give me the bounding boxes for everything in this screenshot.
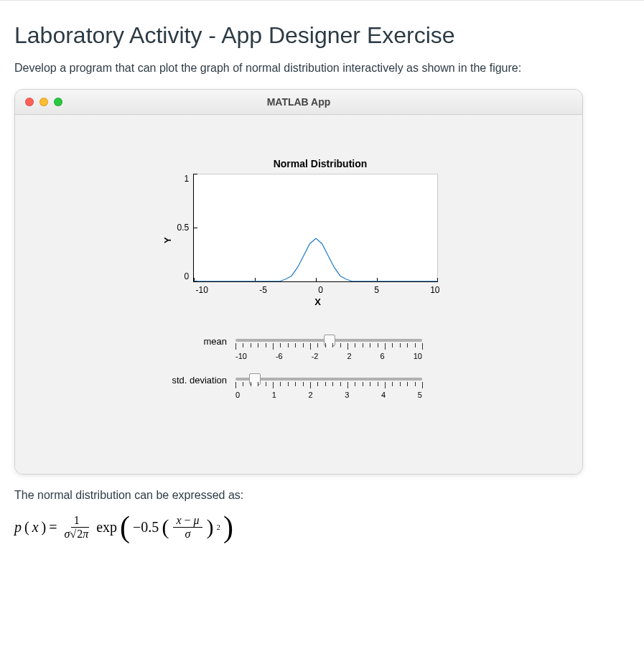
window-title: MATLAB App bbox=[15, 96, 582, 108]
plot-area bbox=[193, 174, 438, 282]
stddev-slider-ticks bbox=[235, 382, 422, 389]
tick-label: 0 bbox=[235, 391, 240, 399]
tick-label: -6 bbox=[276, 352, 283, 360]
tick-label: 2 bbox=[347, 352, 351, 360]
stddev-slider-labels: 0 1 2 3 4 5 bbox=[235, 391, 422, 399]
tick-label: 6 bbox=[381, 352, 385, 360]
x-tick: 10 bbox=[430, 285, 439, 295]
stddev-label: std. deviation bbox=[148, 375, 235, 386]
x-tick: -5 bbox=[259, 285, 267, 295]
x-axis-ticks: -10 -5 0 5 10 bbox=[196, 282, 440, 295]
x-axis-label: X bbox=[196, 295, 440, 307]
x-tick: 0 bbox=[318, 285, 323, 295]
f-x: x bbox=[32, 519, 39, 536]
mean-slider-labels: -10 -6 -2 2 6 10 bbox=[235, 352, 422, 360]
f-frac2: x − μ σ bbox=[173, 514, 202, 540]
tick-label: 2 bbox=[309, 391, 313, 399]
plot-title: Normal Distribution bbox=[44, 158, 554, 169]
stddev-slider[interactable] bbox=[235, 378, 422, 380]
f-exp: exp bbox=[96, 519, 117, 536]
f-square: 2 bbox=[217, 523, 221, 531]
tick-label: 5 bbox=[418, 391, 422, 399]
f-frac1-den: σ√2π bbox=[62, 528, 93, 541]
y-tick: 1 bbox=[185, 174, 190, 184]
window-titlebar: MATLAB App bbox=[15, 90, 582, 115]
tick-label: 10 bbox=[414, 352, 422, 360]
normal-curve bbox=[194, 174, 438, 281]
page: Laboratory Activity - App Designer Exerc… bbox=[0, 0, 644, 564]
mean-label: mean bbox=[148, 336, 235, 347]
y-axis-ticks: 1 0.5 0 bbox=[177, 174, 194, 281]
x-tick: -10 bbox=[196, 285, 208, 295]
f-frac1-num: 1 bbox=[71, 514, 83, 528]
tick-label: -2 bbox=[312, 352, 319, 360]
mean-control: mean -10 -6 -2 2 6 10 bbox=[148, 336, 449, 360]
tick-label: 1 bbox=[272, 391, 276, 399]
post-text: The normal distribution can be expressed… bbox=[14, 489, 630, 502]
f-p: p bbox=[14, 519, 22, 536]
f-eq: = bbox=[49, 519, 57, 536]
tick-label: 3 bbox=[345, 391, 349, 399]
tick-label: 4 bbox=[381, 391, 386, 399]
y-axis-label: Y bbox=[158, 174, 177, 307]
plot-wrap: Y 1 0.5 0 bbox=[158, 174, 440, 307]
mean-slider[interactable] bbox=[235, 339, 422, 342]
mean-slider-ticks bbox=[235, 343, 422, 350]
y-tick: 0 bbox=[185, 271, 190, 281]
f-coef: −0.5 bbox=[133, 519, 159, 536]
app-window: MATLAB App Normal Distribution Y 1 0.5 0 bbox=[14, 89, 583, 475]
app-body: Normal Distribution Y 1 0.5 0 bbox=[15, 115, 582, 474]
f-frac1: 1 σ√2π bbox=[62, 514, 93, 540]
x-tick: 5 bbox=[374, 285, 379, 295]
y-tick: 0.5 bbox=[177, 223, 190, 233]
intro-text: Develop a program that can plot the grap… bbox=[14, 62, 630, 75]
controls: mean -10 -6 -2 2 6 10 bbox=[148, 336, 449, 414]
formula: p(x) = 1 σ√2π exp ( −0.5 ( x − μ σ )2 ) bbox=[14, 512, 630, 542]
stddev-control: std. deviation 0 1 2 3 4 5 bbox=[148, 375, 449, 399]
page-title: Laboratory Activity - App Designer Exerc… bbox=[14, 22, 630, 49]
tick-label: -10 bbox=[235, 352, 247, 360]
